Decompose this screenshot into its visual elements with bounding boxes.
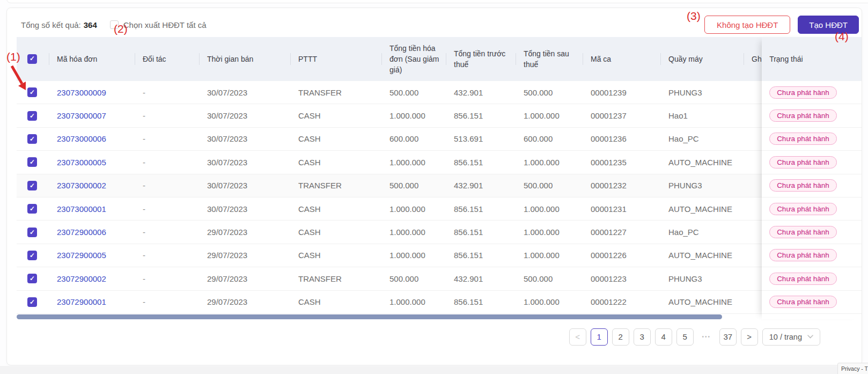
pagination-page-4[interactable]: 4 — [655, 328, 672, 346]
shift-code-cell: 00001223 — [583, 274, 660, 283]
shift-code-cell: 00001227 — [583, 228, 660, 237]
pagination-next-button[interactable]: > — [741, 328, 758, 346]
counter-cell: AUTO_MACHINE — [660, 251, 744, 260]
partner-cell: - — [135, 88, 199, 97]
invoice-results-card: Tổng số kết quả: 364 Chọn xuất HĐĐT tất … — [6, 8, 862, 365]
invoice-id-link[interactable]: 23072900002 — [57, 274, 106, 283]
counter-cell: PHUNG3 — [660, 181, 744, 190]
counter-cell: PHUNG3 — [660, 274, 744, 283]
partner-cell: - — [135, 158, 199, 167]
pagination-prev-button[interactable]: < — [569, 328, 586, 346]
counter-cell: AUTO_MACHINE — [660, 204, 744, 214]
shift-code-cell: 00001231 — [583, 204, 660, 214]
invoice-id-link[interactable]: 23072900005 — [57, 251, 106, 260]
table-row: 23072900002 - 29/07/2023 TRANSFER 500.00… — [17, 267, 762, 290]
filter-panel-bottom-edge — [6, 0, 868, 3]
invoice-id-link[interactable]: 23073000001 — [57, 204, 106, 214]
pagination-page-2[interactable]: 2 — [612, 328, 629, 346]
row-checkbox-cell — [17, 228, 49, 237]
column-header-status: Trạng thái — [762, 37, 862, 81]
row-checkbox-checked[interactable] — [27, 134, 37, 144]
row-checkbox-checked[interactable] — [27, 204, 37, 214]
partner-cell: - — [135, 204, 199, 214]
column-header-note: Ghi chú — [744, 37, 762, 81]
total-after-tax-cell: 1.000.000 — [516, 228, 583, 237]
row-checkbox-checked[interactable] — [27, 251, 37, 260]
column-header-partner: Đối tác — [135, 37, 199, 81]
invoice-id-cell: 23072900006 — [49, 228, 135, 237]
invoice-id-link[interactable]: 23073000009 — [57, 88, 106, 97]
status-badge: Chưa phát hành — [769, 133, 837, 145]
total-after-tax-cell: 1.000.000 — [516, 204, 583, 214]
table-row: 23073000007 - 30/07/2023 CASH 1.000.000 … — [17, 104, 762, 127]
status-cell: Chưa phát hành — [762, 197, 862, 221]
total-before-tax-cell: 432.901 — [446, 181, 516, 190]
page-size-value: 10 / trang — [769, 333, 802, 341]
status-fixed-column: Trạng thái Chưa phát hành Chưa phát hành… — [762, 37, 862, 319]
row-checkbox-checked[interactable] — [27, 111, 37, 121]
header-checkbox-checked[interactable] — [27, 54, 37, 64]
page-bottom-strip — [0, 366, 868, 374]
total-after-tax-cell: 1.000.000 — [516, 297, 583, 306]
total-before-tax-cell: 432.901 — [446, 274, 516, 283]
chevron-down-icon — [807, 335, 813, 339]
pagination-page-1[interactable]: 1 — [591, 328, 608, 346]
status-badge: Chưa phát hành — [769, 226, 837, 238]
partner-cell: - — [135, 134, 199, 143]
payment-method-cell: CASH — [290, 251, 381, 260]
horizontal-scrollbar-thumb[interactable] — [17, 314, 722, 319]
no-create-invoice-button[interactable]: Không tạo HĐĐT — [704, 16, 790, 34]
row-checkbox-checked[interactable] — [27, 297, 37, 307]
row-checkbox-checked[interactable] — [27, 274, 37, 283]
column-header-shift-code: Mã ca — [583, 37, 660, 81]
invoice-id-link[interactable]: 23072900006 — [57, 228, 106, 237]
row-checkbox-checked[interactable] — [27, 157, 37, 167]
status-cell: Chưa phát hành — [762, 244, 862, 267]
status-cell: Chưa phát hành — [762, 104, 862, 127]
row-checkbox-cell — [17, 297, 49, 307]
privacy-badge[interactable]: Privacy - T — [837, 363, 868, 374]
pagination-ellipsis[interactable]: ••• — [698, 334, 715, 340]
pagination-page-37[interactable]: 37 — [719, 328, 737, 346]
invoice-id-link[interactable]: 23073000007 — [57, 111, 106, 120]
shift-code-cell: 00001237 — [583, 111, 660, 120]
page: Tổng số kết quả: 364 Chọn xuất HĐĐT tất … — [0, 0, 868, 374]
status-cell: Chưa phát hành — [762, 81, 862, 104]
status-cell: Chưa phát hành — [762, 291, 862, 314]
pagination: < 1 2 3 4 5 ••• 37 > 10 / trang — [7, 328, 820, 346]
partner-cell: - — [135, 111, 199, 120]
total-after-tax-cell: 500.000 — [516, 181, 583, 190]
create-invoice-button[interactable]: Tạo HĐĐT — [798, 16, 859, 34]
invoice-id-link[interactable]: 23073000002 — [57, 181, 106, 190]
horizontal-scrollbar — [17, 314, 762, 319]
status-cell: Chưa phát hành — [762, 267, 862, 290]
table-row: 23072900001 - 29/07/2023 CASH 1.000.000 … — [17, 291, 762, 314]
invoice-id-cell: 23073000009 — [49, 88, 135, 97]
status-badge: Chưa phát hành — [769, 203, 837, 215]
invoice-id-cell: 23073000005 — [49, 158, 135, 167]
payment-method-cell: CASH — [290, 134, 381, 143]
row-checkbox-cell — [17, 157, 49, 167]
table-row: 23073000006 - 30/07/2023 CASH 600.000 51… — [17, 128, 762, 151]
shift-code-cell: 00001235 — [583, 158, 660, 167]
toolbar: Tổng số kết quả: 364 Chọn xuất HĐĐT tất … — [7, 8, 862, 34]
invoice-id-link[interactable]: 23072900001 — [57, 297, 106, 306]
sale-time-cell: 30/07/2023 — [199, 181, 290, 190]
total-after-tax-cell: 1.000.000 — [516, 158, 583, 167]
pagination-page-3[interactable]: 3 — [634, 328, 651, 346]
annotation-1: (1) — [6, 50, 20, 63]
payment-method-cell: TRANSFER — [290, 274, 381, 283]
pagination-page-5[interactable]: 5 — [676, 328, 694, 346]
sale-time-cell: 30/07/2023 — [199, 134, 290, 143]
total-after-tax-cell: 500.000 — [516, 274, 583, 283]
invoice-id-link[interactable]: 23073000005 — [57, 158, 106, 167]
row-checkbox-checked[interactable] — [27, 228, 37, 237]
page-size-select[interactable]: 10 / trang — [762, 328, 820, 346]
invoice-table: Mã hóa đơn Đối tác Thời gian bán PTTT Tổ… — [17, 37, 862, 319]
sale-time-cell: 30/07/2023 — [199, 158, 290, 167]
table-row: 23073000005 - 30/07/2023 CASH 1.000.000 … — [17, 151, 762, 174]
row-checkbox-checked[interactable] — [27, 181, 37, 190]
partner-cell: - — [135, 251, 199, 260]
shift-code-cell: 00001236 — [583, 134, 660, 143]
invoice-id-link[interactable]: 23073000006 — [57, 134, 106, 143]
